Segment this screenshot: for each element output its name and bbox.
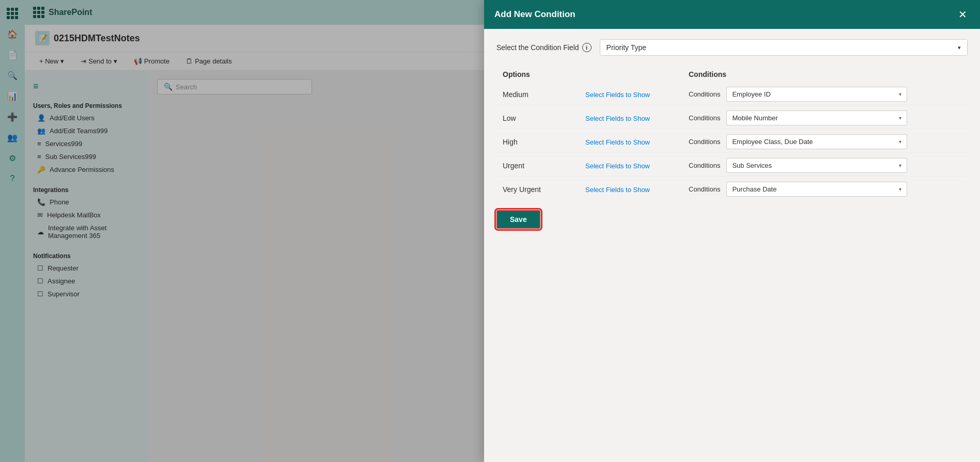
- option-label: Low: [496, 105, 579, 129]
- save-button[interactable]: Save: [496, 210, 540, 229]
- select-fields-link[interactable]: Select Fields to Show: [579, 105, 682, 129]
- chevron-down-icon: ▾: [899, 186, 901, 192]
- modal-close-button[interactable]: ✕: [955, 7, 970, 22]
- table-row: HighSelect Fields to Show Conditions Emp…: [496, 129, 968, 153]
- spacer-column: [579, 66, 682, 84]
- select-fields-link[interactable]: Select Fields to Show: [579, 84, 682, 105]
- chevron-down-icon: ▾: [899, 139, 901, 145]
- table-row: Very UrgentSelect Fields to Show Conditi…: [496, 177, 968, 200]
- options-column-header: Options: [496, 66, 579, 84]
- conditions-value: Purchase Date: [732, 185, 776, 193]
- select-fields-to-show-link[interactable]: Select Fields to Show: [585, 186, 650, 194]
- condition-field-select[interactable]: Priority Type ▾: [600, 39, 968, 56]
- conditions-label: Conditions: [689, 162, 720, 169]
- option-label: Very Urgent: [496, 177, 579, 200]
- chevron-down-icon: ▾: [958, 44, 961, 51]
- option-text: Low: [503, 114, 516, 122]
- option-text: Medium: [503, 90, 528, 99]
- table-row: LowSelect Fields to Show Conditions Mobi…: [496, 105, 968, 129]
- chevron-down-icon: ▾: [899, 91, 901, 97]
- conditions-select[interactable]: Purchase Date ▾: [726, 182, 907, 197]
- conditions-label: Conditions: [689, 114, 720, 122]
- modal-title: Add New Condition: [494, 9, 575, 20]
- conditions-value: Employee ID: [732, 90, 770, 98]
- conditions-cell: Conditions Mobile Number ▾: [682, 105, 968, 129]
- options-conditions-table: Options Conditions MediumSelect Fields t…: [496, 66, 968, 200]
- option-label: High: [496, 129, 579, 153]
- conditions-cell: Conditions Employee ID ▾: [682, 84, 968, 105]
- select-fields-link[interactable]: Select Fields to Show: [579, 177, 682, 200]
- conditions-cell: Conditions Sub Services ▾: [682, 153, 968, 177]
- select-fields-link[interactable]: Select Fields to Show: [579, 129, 682, 153]
- chevron-down-icon: ▾: [899, 163, 901, 168]
- select-fields-link[interactable]: Select Fields to Show: [579, 153, 682, 177]
- conditions-select[interactable]: Employee ID ▾: [726, 87, 907, 102]
- app-container: 🏠 📄 🔍 📊 ➕ 👥 ⚙ ? SharePoint 🔍 Search: [0, 0, 980, 462]
- condition-field-label: Select the Condition Field i: [496, 43, 592, 52]
- conditions-label: Conditions: [689, 185, 720, 193]
- conditions-select[interactable]: Mobile Number ▾: [726, 110, 907, 125]
- modal-header: Add New Condition ✕: [484, 0, 980, 29]
- info-icon[interactable]: i: [582, 43, 592, 52]
- option-label: Medium: [496, 84, 579, 105]
- select-fields-to-show-link[interactable]: Select Fields to Show: [585, 138, 650, 146]
- select-fields-to-show-link[interactable]: Select Fields to Show: [585, 91, 650, 99]
- conditions-value: Mobile Number: [732, 114, 777, 122]
- table-row: UrgentSelect Fields to Show Conditions S…: [496, 153, 968, 177]
- condition-field-row: Select the Condition Field i Priority Ty…: [496, 39, 968, 56]
- conditions-column-header: Conditions: [682, 66, 968, 84]
- table-row: MediumSelect Fields to Show Conditions E…: [496, 84, 968, 105]
- modal-overlay: Add New Condition ✕ Select the Condition…: [0, 0, 980, 462]
- select-fields-to-show-link[interactable]: Select Fields to Show: [585, 115, 650, 122]
- option-text: High: [503, 138, 518, 146]
- option-label: Urgent: [496, 153, 579, 177]
- conditions-value: Sub Services: [732, 162, 772, 169]
- modal-body: Select the Condition Field i Priority Ty…: [484, 29, 980, 462]
- conditions-value: Employee Class, Due Date: [732, 138, 813, 146]
- option-text: Very Urgent: [503, 185, 541, 194]
- add-new-condition-modal: Add New Condition ✕ Select the Condition…: [484, 0, 980, 462]
- chevron-down-icon: ▾: [899, 115, 901, 121]
- conditions-cell: Conditions Employee Class, Due Date ▾: [682, 129, 968, 153]
- conditions-label: Conditions: [689, 90, 720, 98]
- conditions-select[interactable]: Employee Class, Due Date ▾: [726, 134, 907, 149]
- conditions-cell: Conditions Purchase Date ▾: [682, 177, 968, 200]
- select-fields-to-show-link[interactable]: Select Fields to Show: [585, 162, 650, 170]
- conditions-label: Conditions: [689, 138, 720, 146]
- conditions-select[interactable]: Sub Services ▾: [726, 158, 907, 173]
- condition-field-value: Priority Type: [606, 43, 647, 52]
- option-text: Urgent: [503, 162, 524, 170]
